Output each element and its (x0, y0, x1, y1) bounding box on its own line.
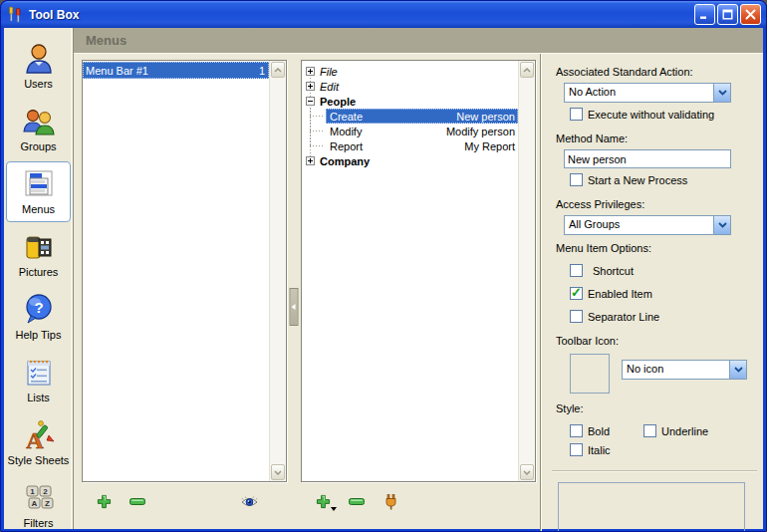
associated-action-select[interactable]: No Action (564, 83, 731, 103)
style-row: Bold Underline (570, 424, 747, 437)
combo-arrow-icon[interactable] (713, 216, 730, 234)
sidebar-item-filters[interactable]: 1 2 A Z Filters (6, 475, 71, 529)
collapse-icon[interactable] (306, 97, 315, 106)
scroll-down-button[interactable] (271, 464, 285, 480)
svg-text:A: A (31, 499, 37, 508)
svg-text:1: 1 (30, 487, 35, 496)
add-menu-item-button[interactable] (313, 493, 333, 511)
tree-node-file[interactable]: File (306, 64, 518, 79)
chevron-up-icon (523, 68, 531, 73)
access-privileges-value: All Groups (565, 216, 713, 234)
checkbox-icon[interactable] (570, 173, 583, 186)
sidebar-item-label: Help Tips (16, 329, 62, 341)
scroll-up-button[interactable] (271, 62, 285, 78)
properties-panel: Associated Standard Action: No Action Ex… (546, 60, 757, 532)
content-area: Menus Menu Bar #1 1 (74, 28, 763, 529)
sidebar-item-style-sheets[interactable]: A Style Sheets (6, 412, 71, 473)
enabled-item-checkbox[interactable]: Enabled Item (570, 287, 747, 300)
menu-item-method: My Report (464, 140, 515, 152)
underline-checkbox[interactable]: Underline (643, 424, 708, 437)
tree-nodes: File Edit People (306, 64, 518, 168)
italic-checkbox[interactable]: Italic (570, 443, 747, 456)
menu-tree-toolbar (301, 482, 536, 514)
toolbox-window: Tool Box (0, 0, 767, 532)
access-privileges-label: Access Privileges: (556, 198, 747, 210)
sidebar-item-help-tips[interactable]: ? Help Tips (6, 287, 71, 348)
maximize-button[interactable] (717, 4, 738, 25)
toolbar-icon-select[interactable]: No icon (622, 360, 747, 380)
tree-node-label: People (320, 96, 356, 108)
preview-menu-bar-button[interactable] (239, 493, 259, 511)
expand-icon[interactable] (306, 67, 315, 76)
sidebar-item-label: Menus (22, 203, 55, 215)
tree-scrollbar[interactable] (518, 61, 535, 481)
combo-arrow-icon[interactable] (713, 84, 730, 102)
checkbox-icon[interactable] (570, 108, 583, 121)
menu-tree: File Edit People (302, 61, 535, 168)
expand-icon[interactable] (306, 82, 315, 91)
preview-eye-icon (241, 496, 258, 508)
combo-arrow-icon[interactable] (729, 361, 746, 379)
sidebar-item-label: Style Sheets (8, 454, 70, 466)
list-scrollbar[interactable] (269, 61, 286, 481)
chevron-up-icon (274, 68, 282, 73)
checkbox-icon[interactable] (570, 443, 583, 456)
bold-checkbox[interactable]: Bold (570, 424, 610, 437)
checkbox-icon[interactable] (570, 310, 583, 323)
checked-checkbox-icon[interactable] (570, 287, 583, 300)
scroll-down-button[interactable] (520, 464, 534, 480)
delete-menu-item-button[interactable] (347, 493, 367, 511)
tree-item-modify[interactable]: Modify Modify person (326, 124, 518, 138)
checkbox-icon[interactable] (570, 424, 583, 437)
add-menu-icon (316, 494, 331, 509)
pictures-icon (22, 230, 56, 264)
sidebar-item-lists[interactable]: Lists (6, 350, 71, 410)
sidebar-item-users[interactable]: Users (6, 36, 71, 97)
style-sheets-icon: A (22, 418, 56, 452)
add-menu-bar-button[interactable] (94, 493, 114, 511)
associated-action-value: No Action (565, 84, 713, 102)
page-title: Menus (74, 28, 763, 54)
menu-item-method: New person (456, 111, 515, 123)
tree-node-label: Edit (320, 81, 339, 93)
titlebar[interactable]: Tool Box (1, 1, 766, 28)
sidebar-item-pictures[interactable]: Pictures (6, 224, 71, 285)
close-button[interactable] (740, 4, 761, 25)
tree-node-company[interactable]: Company (306, 153, 518, 168)
menu-bar-listbox[interactable]: Menu Bar #1 1 (82, 60, 287, 482)
menu-treebox[interactable]: File Edit People (301, 60, 536, 482)
sidebar-item-groups[interactable]: Groups (6, 99, 71, 159)
toolbar-icon-well[interactable] (570, 354, 610, 394)
delete-menu-bar-button[interactable] (128, 493, 147, 511)
panel-divider (536, 60, 546, 532)
sidebar-item-label: Filters (24, 517, 54, 529)
menus-icon (22, 167, 56, 201)
sidebar-item-menus[interactable]: Menus (6, 161, 71, 222)
shortcut-checkbox[interactable]: Shortcut (570, 264, 747, 277)
tree-node-people[interactable]: People (306, 94, 518, 109)
svg-text:?: ? (34, 299, 43, 316)
method-name-input[interactable] (564, 149, 731, 168)
checkbox-icon[interactable] (570, 264, 583, 277)
tree-node-edit[interactable]: Edit (306, 79, 518, 94)
panel-splitter[interactable] (287, 60, 301, 532)
menu-item-label: Modify (330, 126, 362, 137)
main-area: Menu Bar #1 1 (74, 54, 763, 532)
splitter-handle-icon[interactable] (290, 288, 299, 326)
access-privileges-select[interactable]: All Groups (564, 215, 731, 235)
menu-bar-row[interactable]: Menu Bar #1 1 (83, 62, 269, 79)
scroll-up-button[interactable] (520, 62, 534, 78)
tree-item-create[interactable]: Create New person (326, 109, 518, 124)
toolbar-icon-value: No icon (623, 361, 729, 379)
separator-line-checkbox[interactable]: Separator Line (570, 310, 747, 323)
lists-icon (22, 356, 56, 390)
checkbox-icon[interactable] (643, 424, 656, 437)
start-new-process-checkbox[interactable]: Start a New Process (570, 173, 747, 186)
expand-icon[interactable] (306, 156, 315, 165)
attach-menu-button[interactable] (381, 493, 400, 511)
tree-item-report[interactable]: Report My Report (326, 138, 518, 153)
minimize-button[interactable] (694, 4, 715, 25)
execute-without-validating-checkbox[interactable]: Execute without validating (570, 108, 747, 121)
app-body: Users Groups (4, 28, 763, 529)
plug-icon (384, 494, 397, 510)
